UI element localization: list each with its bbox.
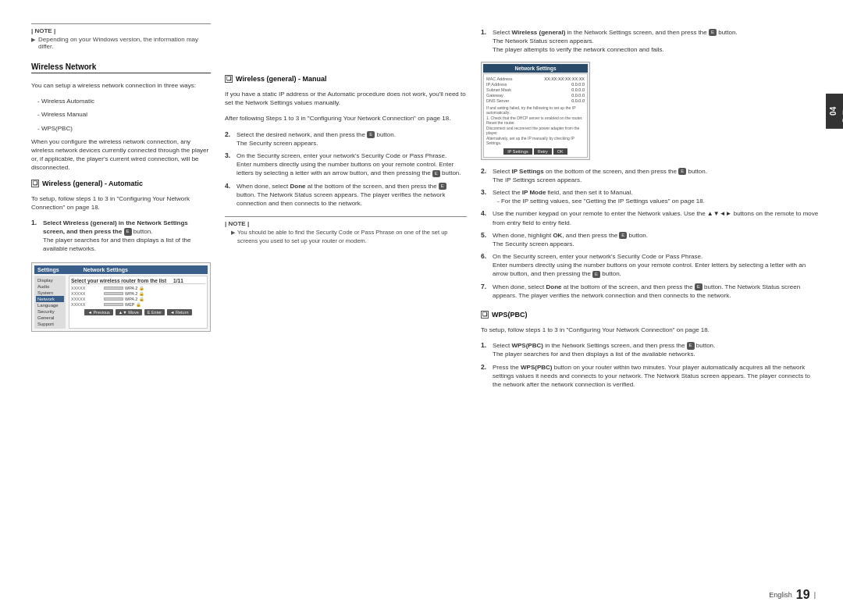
- net-field-ip: IP Address 0.0.0.0: [486, 82, 585, 87]
- step-right-2-content: Select IP Settings on the bottom of the …: [493, 167, 820, 184]
- btn-icon-wps1: E: [687, 342, 695, 349]
- step-right-2-num: 2.: [481, 167, 489, 184]
- ss-bar-2: [104, 292, 123, 295]
- middle-column: ❑ Wireless (general) - Manual If you hav…: [225, 23, 467, 569]
- btn-icon-r7: E: [695, 283, 702, 290]
- checkbox-icon-auto: ❑: [31, 180, 39, 187]
- step-manual-4-content: When done, select Done at the bottom of …: [237, 182, 467, 208]
- ss-sidebar-network: Network: [36, 296, 64, 302]
- settings-screenshot: Settings Network Settings Display Audio …: [31, 262, 211, 332]
- ss-buttons: ◄ Previous ▲▼ Move E Enter ◄ Return: [71, 309, 205, 315]
- step-wps-1: 1. Select WPS(PBC) in the Network Settin…: [481, 341, 820, 358]
- btn-icon-2: E: [367, 131, 375, 138]
- step-manual-3: 3. On the Security screen, enter your ne…: [225, 151, 467, 178]
- ss-row-3: XXXXX WPA 2 🔒: [71, 297, 205, 301]
- note-bullet: Depending on your Windows version, the i…: [31, 36, 211, 50]
- ss-value-2: WPA 2 🔒: [125, 291, 205, 296]
- btn-icon-r1: E: [709, 29, 717, 36]
- page-border: |: [814, 591, 816, 599]
- ss-main: Select your wireless router from the lis…: [69, 276, 208, 329]
- step-auto-1-text: Select Wireless (general) in the Network…: [43, 219, 190, 253]
- left-column: | NOTE | Depending on your Windows versi…: [31, 23, 211, 569]
- step-right-7-num: 7.: [481, 283, 489, 300]
- net-field-dns: DNS Server 0.0.0.0: [486, 98, 585, 103]
- side-tab: 04 Settings: [826, 94, 843, 129]
- note-inner-mid-bullet: You should be able to find the Security …: [225, 229, 467, 245]
- wireless-network-heading: Wireless Network: [31, 62, 211, 73]
- ss-bar-3: [104, 297, 123, 301]
- step-right-6-num: 6.: [481, 252, 489, 279]
- step-right-5-num: 5.: [481, 231, 489, 248]
- manual-follow: After following Steps 1 to 3 in "Configu…: [225, 114, 467, 123]
- step-wps-1-content: Select WPS(PBC) in the Network Settings …: [493, 341, 820, 358]
- right-column: 1. Select Wireless (general) in the Netw…: [481, 23, 820, 569]
- ss-label-2: XXXXX: [71, 291, 102, 296]
- step-right-3-content: Select the IP Mode field, and then set i…: [493, 188, 820, 205]
- ss-value-4: WEP 🔒: [125, 302, 205, 307]
- ss-title: Settings Network Settings: [34, 265, 208, 274]
- step-right-1: 1. Select Wireless (general) in the Netw…: [481, 28, 820, 55]
- columns-container: | NOTE | Depending on your Windows versi…: [31, 23, 820, 569]
- step-right-1-content: Select Wireless (general) in the Network…: [493, 28, 820, 55]
- ss-value-3: WPA 2 🔒: [125, 297, 205, 301]
- checkbox-icon-manual: ❑: [225, 75, 233, 83]
- step-right-6-content: On the Security screen, enter your netwo…: [493, 252, 820, 279]
- wps-desc: To setup, follow steps 1 to 3 in "Config…: [481, 326, 820, 334]
- btn-icon-r6: E: [592, 271, 600, 278]
- step-manual-3-content: On the Security screen, enter your netwo…: [237, 151, 467, 178]
- note-box-top: | NOTE | Depending on your Windows versi…: [31, 23, 211, 53]
- manual-subheading: ❑ Wireless (general) - Manual: [225, 75, 467, 83]
- manual-steps: 2. Select the desired network, and then …: [225, 130, 467, 208]
- manual-intro: If you have a static IP address or the A…: [225, 90, 467, 107]
- wps-subheading: ❑ WPS(PBC): [481, 311, 820, 319]
- note-inner-mid: | NOTE | You should be able to find the …: [225, 216, 467, 247]
- ss-row-1: XXXXX WPA 2 🔒: [71, 286, 205, 290]
- note-title: | NOTE |: [31, 27, 211, 34]
- net-btn-ip: IP Settings: [503, 148, 532, 155]
- ss-bar-4: [104, 303, 123, 306]
- step-right-5-content: When done, highlight OK, and then press …: [493, 231, 820, 248]
- step-auto-1-num: 1.: [31, 219, 39, 254]
- step-manual-2-num: 2.: [225, 130, 233, 148]
- checkbox-icon-wps: ❑: [481, 311, 489, 319]
- page-container: 04 Settings | NOTE | Depending on your W…: [0, 0, 843, 616]
- step-wps-2-num: 2.: [481, 363, 489, 390]
- ss-sidebar-display: Display: [36, 277, 64, 283]
- step-wps-1-num: 1.: [481, 341, 489, 358]
- automatic-steps: 1. Select Wireless (general) in the Netw…: [31, 219, 211, 254]
- step-right-4-content: Use the number keypad on your remote to …: [493, 209, 820, 226]
- net-field-subnet: Subnet Mask 0.0.0.0: [486, 87, 585, 92]
- step-right-1-num: 1.: [481, 28, 489, 55]
- ss-btn-move: ▲▼ Move: [116, 309, 142, 315]
- net-field-mac: MAC Address XX:XX:XX:XX:XX:XX: [486, 77, 585, 81]
- right-steps: 1. Select Wireless (general) in the Netw…: [481, 28, 820, 300]
- step-right-5: 5. When done, highlight OK, and then pre…: [481, 231, 820, 248]
- step-auto-1-content: Select Wireless (general) in the Network…: [43, 219, 211, 254]
- net-message: If and setting failed, try the following…: [486, 105, 585, 146]
- wireless-item-2: Wireless Manual: [31, 110, 211, 119]
- step-manual-4-num: 4.: [225, 182, 233, 208]
- ss-sidebar: Display Audio System Network Language Se…: [34, 276, 66, 329]
- step-manual-2-content: Select the desired network, and then pre…: [237, 130, 467, 148]
- ss-btn-return: ◄ Return: [167, 309, 191, 315]
- network-status-screenshot: Network Settings MAC Address XX:XX:XX:XX…: [481, 62, 590, 160]
- ss-sidebar-language: Language: [36, 302, 64, 308]
- automatic-subheading-text: Wireless (general) - Automatic: [42, 180, 143, 187]
- ss-label-4: XXXXX: [71, 302, 102, 307]
- automatic-desc: To setup, follow steps 1 to 3 in "Config…: [31, 194, 211, 212]
- ss-label-1: XXXXX: [71, 286, 102, 290]
- step-right-3: 3. Select the IP Mode field, and then se…: [481, 188, 820, 205]
- wireless-item-3: WPS(PBC): [31, 124, 211, 133]
- note-inner-mid-title: | NOTE |: [225, 220, 467, 227]
- enter-btn-icon-1: E: [124, 228, 132, 235]
- step-right-4-num: 4.: [481, 209, 489, 226]
- net-btn-ok: OK: [553, 148, 567, 155]
- btn-icon-4: E: [439, 183, 446, 190]
- bottom-bar: English 19 |: [769, 588, 816, 602]
- language-label: English: [769, 591, 792, 599]
- net-btn-retry: Retry: [534, 148, 552, 155]
- step-manual-3-num: 3.: [225, 151, 233, 178]
- ss-sidebar-system: System: [36, 290, 64, 296]
- ss-row-2: XXXXX WPA 2 🔒: [71, 291, 205, 296]
- step-right-3-num: 3.: [481, 188, 489, 205]
